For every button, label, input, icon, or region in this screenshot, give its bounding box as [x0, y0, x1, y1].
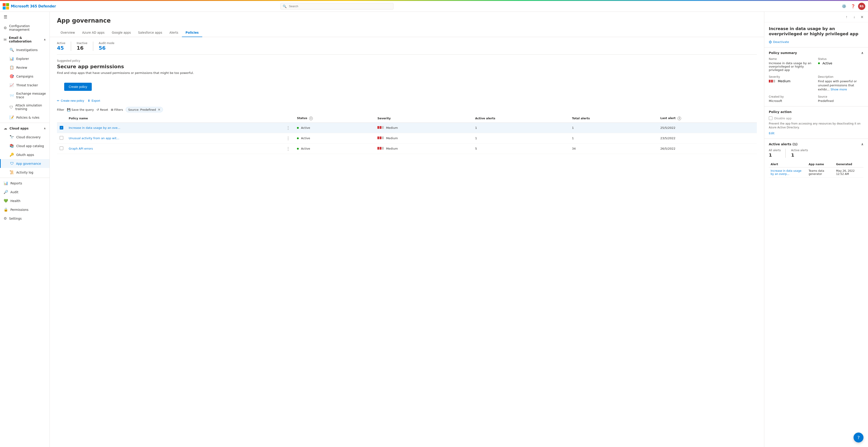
col-active-alerts[interactable]: Active alerts [472, 114, 569, 123]
sev-bar-2 [380, 136, 381, 139]
table-row[interactable]: Unusual activity from an app wit... ⋮ Ac… [57, 133, 757, 143]
panel-close-button[interactable]: ✕ [859, 13, 865, 20]
suggested-policy: Suggested policy Secure app permissions … [50, 55, 764, 79]
show-more-link[interactable]: Show more [831, 88, 847, 91]
sidebar-item-health[interactable]: 💚 Health [0, 196, 50, 205]
deactivate-label: Deactivate [773, 40, 789, 43]
sidebar-item-reports[interactable]: 📊 Reports [0, 179, 50, 188]
generated-cell: May 26, 2022 12:52 AM [834, 167, 864, 178]
panel-severity-bars [769, 80, 775, 83]
col-policy-name[interactable]: Policy name [66, 114, 282, 123]
row1-checkbox[interactable] [60, 126, 63, 129]
sidebar-item-investigations[interactable]: 🔍 Investigations [0, 45, 50, 54]
sidebar-item-permissions[interactable]: 🔒 Permissions [0, 205, 50, 214]
create-new-policy-button[interactable]: ✏ Create new policy [57, 98, 84, 103]
col-severity[interactable]: Severity [375, 114, 472, 123]
sidebar-item-activity-log[interactable]: 📜 Activity log [0, 168, 50, 177]
row2-policy-name[interactable]: Unusual activity from an app wit... [66, 133, 282, 143]
filter-label: Filter [57, 108, 64, 111]
reset-icon: ↺ [96, 108, 99, 111]
row3-policy-name[interactable]: Graph API errors [66, 143, 282, 154]
tab-policies[interactable]: Policies [182, 29, 202, 37]
table-row[interactable]: Graph API errors ⋮ Active [57, 143, 757, 154]
alerts-counts: All alerts 1 Active alerts 1 [769, 149, 864, 158]
tab-salesforce-apps[interactable]: Salesforce apps [134, 29, 166, 37]
create-new-policy-label: Create new policy [61, 99, 84, 102]
row1-more-button[interactable]: ⋮ [285, 125, 291, 131]
table-row[interactable]: Increase in data usage by an ove... ⋮ Ac… [57, 123, 757, 133]
search-input[interactable] [280, 3, 394, 9]
topbar-actions: ⚙️ ❓ RS [840, 2, 865, 10]
sidebar-item-policies-rules[interactable]: 📝 Policies & rules [0, 113, 50, 122]
sidebar-item-label: Explorer [16, 57, 29, 61]
exchange-message-trace-icon: 📨 [9, 93, 14, 98]
row3-checkbox[interactable] [60, 147, 63, 150]
user-avatar[interactable]: RS [858, 3, 865, 10]
configuration-management-icon: ⚙ [4, 26, 7, 30]
main-layout: ☰ ⚙ Configuration management ✉ Email & c… [0, 12, 868, 447]
audit-icon: 🔎 [4, 190, 8, 194]
stats-row: Active 45 Inactive 16 Audit mode 56 [50, 37, 764, 51]
col-checkbox [57, 114, 66, 123]
sidebar-item-cloud-discovery[interactable]: 🔭 Cloud discovery [0, 133, 50, 141]
help-bot-icon: ? [857, 435, 860, 440]
sidebar-item-label: Review [16, 66, 27, 69]
tab-alerts[interactable]: Alerts [166, 29, 182, 37]
sidebar-item-oauth-apps[interactable]: 🔑 OAuth apps [0, 150, 50, 159]
col-last-alert[interactable]: Last alert i [658, 114, 757, 123]
col-status[interactable]: Status i [294, 114, 375, 123]
sidebar-item-audit[interactable]: 🔎 Audit [0, 188, 50, 196]
description-field: Description Find apps with powerful or u… [818, 75, 864, 92]
sidebar-item-cloud-apps[interactable]: ☁ Cloud apps ∧ [0, 124, 50, 133]
alert-cell[interactable]: Increase in data usage by an overp... [769, 167, 807, 178]
deactivate-button[interactable]: ⏻ Deactivate [764, 38, 868, 47]
panel-prev-button[interactable]: ↑ [843, 13, 850, 20]
settings-button[interactable]: ⚙️ [840, 2, 848, 10]
row2-more-button[interactable]: ⋮ [285, 135, 291, 141]
row3-more-button[interactable]: ⋮ [285, 146, 291, 151]
search-icon: 🔍 [283, 4, 286, 8]
sidebar-item-configuration-management[interactable]: ⚙ Configuration management [0, 22, 50, 34]
export-button[interactable]: ⬇ Export [88, 98, 100, 103]
sidebar-item-settings[interactable]: ⚙ Settings [0, 214, 50, 223]
filters-button[interactable]: ⊞ Filters [111, 108, 123, 111]
sidebar-item-attack-simulation-training[interactable]: 🛡 Attack simulation training [0, 101, 50, 113]
sidebar-item-threat-tracker[interactable]: 📈 Threat tracker [0, 81, 50, 90]
sidebar-item-app-governance[interactable]: 🛡 App governance [0, 159, 50, 168]
tab-overview[interactable]: Overview [57, 29, 79, 37]
sidebar-item-cloud-app-catalog[interactable]: 📚 Cloud app catalog [0, 141, 50, 150]
policy-action-title: Policy action [769, 110, 864, 114]
edit-link[interactable]: Edit [769, 131, 774, 135]
save-query-button[interactable]: 💾 Save the query [67, 108, 94, 111]
app-name-cell: Teams data generator [807, 167, 834, 178]
sidebar-item-exchange-message-trace[interactable]: 📨 Exchange message trace [0, 90, 50, 101]
investigations-icon: 🔍 [9, 48, 14, 52]
row1-policy-name[interactable]: Increase in data usage by an ove... [66, 123, 282, 133]
hamburger-button[interactable]: ☰ [0, 12, 50, 22]
row2-checkbox-cell [57, 133, 66, 143]
create-policy-button[interactable]: Create policy [64, 83, 92, 91]
policy-summary-header[interactable]: Policy summary ∧ [769, 51, 864, 55]
col-total-alerts[interactable]: Total alerts [569, 114, 658, 123]
logo-icon [3, 3, 9, 9]
tab-google-apps[interactable]: Google apps [108, 29, 134, 37]
sidebar-item-email-collaboration[interactable]: ✉ Email & collaboration ∧ [0, 34, 50, 45]
sidebar-item-explorer[interactable]: 📊 Explorer [0, 54, 50, 63]
sidebar-item-label: Reports [10, 182, 22, 185]
filter-tag-remove[interactable]: ✕ [158, 108, 160, 111]
sidebar-item-review[interactable]: 📋 Review [0, 63, 50, 72]
panel-next-button[interactable]: ↓ [851, 13, 858, 20]
sidebar-item-campaigns[interactable]: 🎯 Campaigns [0, 72, 50, 81]
disable-app-checkbox[interactable] [769, 117, 772, 120]
last-alert-info-icon[interactable]: i [678, 117, 681, 120]
tab-azure-ad-apps[interactable]: Azure AD apps [79, 29, 108, 37]
help-button[interactable]: ❓ [849, 2, 857, 10]
sev-bar-2 [380, 126, 381, 129]
help-bot-button[interactable]: ? [854, 433, 864, 443]
chevron-up-icon: ∧ [43, 38, 46, 41]
status-info-icon[interactable]: i [309, 117, 313, 120]
reset-button[interactable]: ↺ Reset [96, 108, 108, 111]
create-new-policy-icon: ✏ [57, 99, 59, 102]
row2-checkbox[interactable] [60, 136, 63, 140]
alerts-section-header[interactable]: Active alerts (1) ∧ [769, 142, 864, 146]
